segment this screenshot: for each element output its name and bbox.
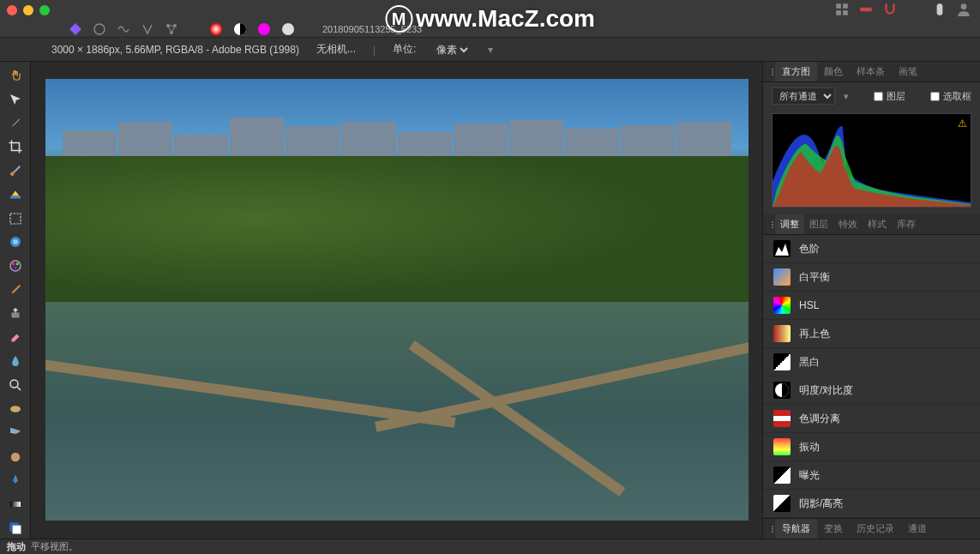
svg-rect-14 (937, 3, 943, 15)
color-swatch[interactable] (3, 518, 27, 539)
assistant-icon[interactable] (932, 2, 947, 17)
marquee-tool[interactable] (3, 208, 27, 229)
close-button[interactable] (7, 5, 17, 15)
gradient-tool[interactable] (3, 494, 27, 515)
tab-color[interactable]: 颜色 (817, 62, 850, 81)
status-bar: 拖动 平移视图。 (0, 539, 980, 554)
luminosity-icon[interactable] (281, 22, 295, 36)
adjustment-whitebalance[interactable]: 白平衡 (763, 263, 980, 292)
svg-point-26 (10, 380, 18, 388)
tab-transform[interactable]: 变换 (817, 519, 850, 539)
hsl-icon (773, 297, 791, 314)
adjustment-bw[interactable]: 黑白 (763, 348, 980, 376)
adjustment-recolor[interactable]: 再上色 (763, 320, 980, 348)
grid-icon[interactable] (834, 2, 850, 17)
svg-point-27 (10, 406, 21, 412)
svg-rect-18 (10, 214, 21, 224)
svg-point-24 (14, 267, 16, 269)
svg-point-21 (10, 261, 21, 271)
dodge-tool[interactable] (3, 375, 27, 395)
clone-tool[interactable] (3, 304, 27, 324)
healing-tool[interactable] (3, 280, 27, 300)
layer-checkbox[interactable]: 图层 (874, 90, 905, 103)
titlebar (0, 0, 980, 21)
contrast-icon[interactable] (233, 22, 247, 36)
tab-layers[interactable]: 图层 (804, 214, 833, 234)
adjustment-brightness[interactable]: 明度/对比度 (763, 376, 980, 405)
channel-select[interactable]: 所有通道 (772, 87, 835, 105)
adjustment-exposure[interactable]: 曝光 (763, 461, 980, 490)
redeye-tool[interactable] (3, 423, 27, 443)
histogram-controls: 所有通道 ▾ 图层 选取框 (763, 82, 980, 110)
tab-history[interactable]: 历史记录 (850, 519, 901, 539)
canvas-viewport[interactable] (31, 62, 762, 539)
camera-info[interactable]: 无相机... (316, 42, 356, 57)
persona-export-icon[interactable] (165, 22, 178, 36)
navigator-tabs: 导航器 变换 历史记录 通道 (763, 518, 980, 539)
document-canvas[interactable] (45, 79, 749, 521)
eyedropper-tool[interactable] (3, 113, 27, 134)
adjustment-shadows[interactable]: 阴影/高亮 (763, 490, 980, 518)
svg-point-15 (961, 3, 967, 9)
adjustment-hsl[interactable]: HSL (763, 292, 980, 320)
status-tool-name: 拖动 (7, 540, 26, 553)
align-icon[interactable] (858, 2, 874, 17)
image-info: 3000 × 1886px, 5.66MP, RGBA/8 - Adobe RG… (51, 44, 299, 56)
move-tool[interactable] (3, 89, 27, 110)
blur-tool[interactable] (3, 447, 27, 467)
tab-navigator[interactable]: 导航器 (775, 519, 817, 539)
svg-point-5 (210, 23, 222, 35)
paint-tool[interactable] (3, 256, 27, 276)
studio-panel: 直方图 颜色 样本条 画笔 所有通道 ▾ 图层 选取框 ⚠ 调整 图层 特效 样… (762, 62, 980, 539)
maximize-button[interactable] (39, 5, 50, 15)
vibrance-icon (773, 438, 791, 455)
levels-icon (773, 240, 791, 257)
tab-adjustments[interactable]: 调整 (775, 214, 804, 234)
tab-stock[interactable]: 库存 (892, 214, 921, 234)
svg-point-20 (13, 239, 18, 244)
crop-tool[interactable] (3, 136, 27, 157)
svg-point-8 (282, 23, 294, 35)
adjustment-vibrance[interactable]: 振动 (763, 433, 980, 461)
window-controls (7, 5, 50, 15)
tab-brushes[interactable]: 画笔 (892, 62, 924, 81)
hand-tool[interactable] (3, 65, 27, 86)
persona-develop-icon[interactable] (117, 22, 130, 36)
adjustment-levels[interactable]: 色阶 (763, 235, 980, 263)
snap-icon[interactable] (882, 2, 898, 17)
recolor-icon (773, 325, 791, 342)
flood-tool[interactable] (3, 184, 27, 205)
document-filename: 20180905113255_5233 (322, 24, 422, 34)
hue-icon[interactable] (257, 22, 271, 36)
exposure-icon (773, 467, 791, 484)
context-toolbar: 3000 × 1886px, 5.66MP, RGBA/8 - Adobe RG… (0, 38, 980, 62)
svg-point-7 (258, 23, 270, 35)
adjustments-list: 色阶 白平衡 HSL 再上色 黑白 (763, 235, 980, 518)
svg-point-1 (94, 24, 105, 34)
persona-liquify-icon[interactable] (93, 22, 106, 36)
persona-tone-icon[interactable] (141, 22, 154, 36)
eraser-tool[interactable] (3, 328, 27, 348)
account-icon[interactable] (956, 2, 971, 17)
minimize-button[interactable] (23, 5, 33, 15)
shadows-icon (773, 495, 791, 512)
svg-rect-11 (836, 10, 841, 15)
brush-tool[interactable] (3, 160, 27, 181)
selection-checkbox[interactable]: 选取框 (930, 90, 971, 103)
adjustment-posterize[interactable]: 色调分离 (763, 405, 980, 433)
persona-photo-icon[interactable] (69, 22, 82, 36)
svg-point-28 (10, 452, 20, 461)
tab-channels[interactable]: 通道 (901, 519, 934, 539)
flood-select-tool[interactable] (3, 232, 27, 253)
color-wheel-icon[interactable] (209, 22, 223, 36)
sponge-tool[interactable] (3, 399, 27, 419)
unit-select[interactable]: 像素 (433, 43, 471, 57)
tab-styles[interactable]: 样式 (863, 214, 892, 234)
tab-swatches[interactable]: 样本条 (850, 62, 892, 81)
tab-effects[interactable]: 特效 (833, 214, 863, 234)
histogram-display: ⚠ (772, 113, 971, 208)
pen-tool[interactable] (3, 471, 27, 491)
smudge-tool[interactable] (3, 352, 27, 372)
whitebalance-icon (773, 268, 791, 286)
tab-histogram[interactable]: 直方图 (775, 62, 817, 81)
